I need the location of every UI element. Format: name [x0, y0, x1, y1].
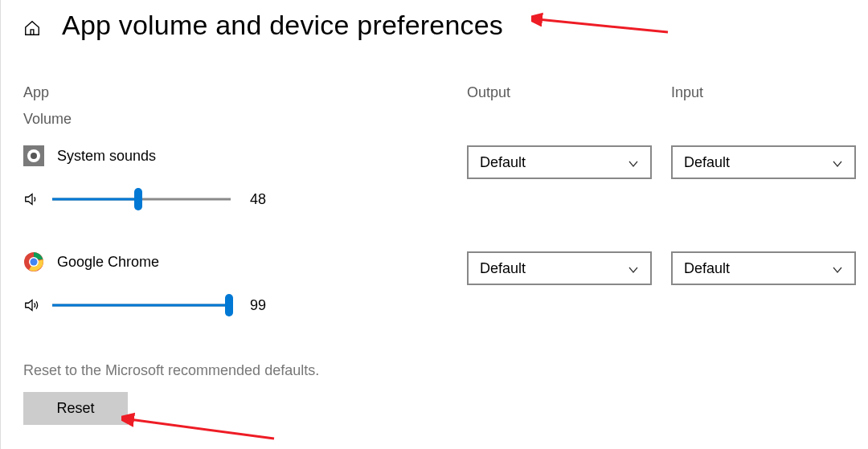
app-name: Google Chrome [57, 254, 159, 271]
dropdown-value: Default [480, 154, 526, 171]
dropdown-value: Default [480, 260, 526, 277]
input-select[interactable]: Default [671, 145, 856, 179]
chevron-down-icon [628, 157, 639, 168]
column-header-app: App [23, 84, 467, 101]
volume-label: Volume [23, 111, 845, 128]
dropdown-value: Default [684, 154, 730, 171]
reset-button[interactable]: Reset [23, 392, 128, 425]
app-row: System sounds 48 Default [23, 145, 845, 208]
volume-value: 99 [250, 297, 266, 314]
svg-point-5 [31, 259, 38, 266]
chevron-down-icon [832, 157, 843, 168]
volume-value: 48 [250, 191, 266, 208]
volume-slider[interactable] [52, 297, 231, 313]
reset-description: Reset to the Microsoft recommended defau… [23, 362, 319, 379]
speaker-icon[interactable] [23, 296, 41, 314]
output-select[interactable]: Default [467, 251, 652, 285]
chrome-icon [23, 251, 44, 272]
speaker-icon[interactable] [23, 190, 41, 208]
app-name: System sounds [57, 148, 156, 165]
input-select[interactable]: Default [671, 251, 856, 285]
chevron-down-icon [832, 263, 843, 274]
column-header-input: Input [671, 84, 845, 101]
app-row: Google Chrome 99 [23, 251, 845, 314]
volume-slider[interactable] [52, 191, 231, 207]
dropdown-value: Default [684, 260, 730, 277]
output-select[interactable]: Default [467, 145, 652, 179]
column-header-output: Output [467, 84, 671, 101]
speaker-tile-icon [23, 145, 44, 166]
home-icon[interactable] [23, 19, 41, 37]
chevron-down-icon [628, 263, 639, 274]
svg-rect-2 [31, 153, 37, 159]
page-title: App volume and device preferences [62, 10, 503, 41]
